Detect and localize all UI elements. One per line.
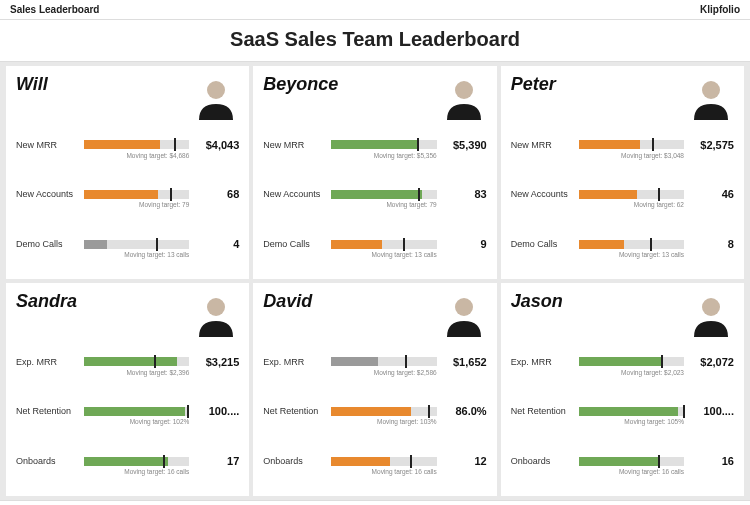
- bar-fill: [579, 407, 678, 416]
- target-tick: [187, 405, 189, 418]
- metric-label: New MRR: [263, 140, 325, 150]
- metric-label: New Accounts: [263, 189, 325, 199]
- person-name: Sandra: [16, 291, 77, 312]
- avatar: [441, 291, 487, 337]
- bullet-bar: [331, 407, 436, 416]
- bullet-bar: [84, 357, 189, 366]
- bar-fill: [331, 457, 390, 466]
- bar-fill: [331, 190, 422, 199]
- target-tick: [683, 405, 685, 418]
- person-name: David: [263, 291, 312, 312]
- target-tick: [428, 405, 430, 418]
- bar-fill: [579, 457, 658, 466]
- metric-value: $4,043: [195, 139, 239, 151]
- metric-label: Net Retention: [16, 406, 78, 416]
- target-tick: [658, 188, 660, 201]
- bullet-bar: [579, 357, 684, 366]
- metric: Demo Calls9Moving target: 13 calls: [263, 238, 486, 258]
- bar-fill: [579, 190, 637, 199]
- topbar: Sales Leaderboard Klipfolio: [0, 0, 750, 20]
- page-title: SaaS Sales Team Leaderboard: [0, 20, 750, 62]
- metric: New Accounts68Moving target: 79: [16, 188, 239, 208]
- bullet-bar: [579, 457, 684, 466]
- moving-target-text: Moving target: $3,048: [511, 151, 734, 159]
- bar-fill: [331, 240, 382, 249]
- metric-value: $1,652: [443, 356, 487, 368]
- person-card: PeterNew MRR$2,575Moving target: $3,048N…: [501, 66, 744, 279]
- target-tick: [403, 238, 405, 251]
- moving-target-text: Moving target: 103%: [263, 417, 486, 425]
- person-card: DavidExp. MRR$1,652Moving target: $2,586…: [253, 283, 496, 496]
- leaderboard-grid: WillNew MRR$4,043Moving target: $4,686Ne…: [0, 62, 750, 500]
- metric-value: 68: [195, 188, 239, 200]
- bar-fill: [331, 357, 377, 366]
- bullet-bar: [84, 190, 189, 199]
- metric-label: New MRR: [16, 140, 78, 150]
- avatar: [193, 74, 239, 120]
- footer: Connected Copyright © 2023 Klipfolio Inc…: [0, 500, 750, 505]
- metric-label: Exp. MRR: [511, 357, 573, 367]
- metric-label: Demo Calls: [16, 239, 78, 249]
- metric: Exp. MRR$2,072Moving target: $2,023: [511, 356, 734, 376]
- moving-target-text: Moving target: $4,686: [16, 151, 239, 159]
- metric-value: $2,575: [690, 139, 734, 151]
- moving-target-text: Moving target: 13 calls: [263, 250, 486, 258]
- bullet-bar: [84, 457, 189, 466]
- metric-label: New MRR: [511, 140, 573, 150]
- metric: New Accounts83Moving target: 79: [263, 188, 486, 208]
- svg-point-1: [455, 81, 473, 99]
- metric: New Accounts46Moving target: 62: [511, 188, 734, 208]
- moving-target-text: Moving target: $2,586: [263, 368, 486, 376]
- target-tick: [405, 355, 407, 368]
- target-tick: [156, 238, 158, 251]
- target-tick: [418, 188, 420, 201]
- target-tick: [417, 138, 419, 151]
- person-name: Jason: [511, 291, 563, 312]
- target-tick: [658, 455, 660, 468]
- person-card: BeyonceNew MRR$5,390Moving target: $5,35…: [253, 66, 496, 279]
- moving-target-text: Moving target: 16 calls: [263, 467, 486, 475]
- svg-point-4: [455, 298, 473, 316]
- svg-point-2: [702, 81, 720, 99]
- metric-value: 12: [443, 455, 487, 467]
- metric-value: 9: [443, 238, 487, 250]
- target-tick: [170, 188, 172, 201]
- svg-point-5: [702, 298, 720, 316]
- brand-logo: Klipfolio: [700, 4, 740, 15]
- bullet-bar: [579, 407, 684, 416]
- metric-label: Net Retention: [263, 406, 325, 416]
- metric-value: 100....: [195, 405, 239, 417]
- bullet-bar: [331, 190, 436, 199]
- bar-fill: [331, 407, 411, 416]
- metric: Net Retention100....Moving target: 105%: [511, 405, 734, 425]
- metric-value: $2,072: [690, 356, 734, 368]
- bullet-bar: [579, 240, 684, 249]
- avatar: [688, 74, 734, 120]
- moving-target-text: Moving target: 13 calls: [16, 250, 239, 258]
- bar-fill: [84, 240, 107, 249]
- person-card: JasonExp. MRR$2,072Moving target: $2,023…: [501, 283, 744, 496]
- person-name: Will: [16, 74, 48, 95]
- moving-target-text: Moving target: 13 calls: [511, 250, 734, 258]
- metric-value: $3,215: [195, 356, 239, 368]
- target-tick: [163, 455, 165, 468]
- metric-label: New Accounts: [511, 189, 573, 199]
- metric: New MRR$4,043Moving target: $4,686: [16, 139, 239, 159]
- metric-value: 17: [195, 455, 239, 467]
- metric-label: Exp. MRR: [16, 357, 78, 367]
- moving-target-text: Moving target: 16 calls: [511, 467, 734, 475]
- metric: Demo Calls8Moving target: 13 calls: [511, 238, 734, 258]
- target-tick: [661, 355, 663, 368]
- avatar: [193, 291, 239, 337]
- metric-value: 100....: [690, 405, 734, 417]
- bar-fill: [579, 240, 624, 249]
- bullet-bar: [84, 140, 189, 149]
- bullet-bar: [331, 457, 436, 466]
- svg-point-3: [207, 298, 225, 316]
- metric-label: Onboards: [263, 456, 325, 466]
- metric: Net Retention86.0%Moving target: 103%: [263, 405, 486, 425]
- metric-value: 86.0%: [443, 405, 487, 417]
- target-tick: [652, 138, 654, 151]
- metric-value: 8: [690, 238, 734, 250]
- metric: Demo Calls4Moving target: 13 calls: [16, 238, 239, 258]
